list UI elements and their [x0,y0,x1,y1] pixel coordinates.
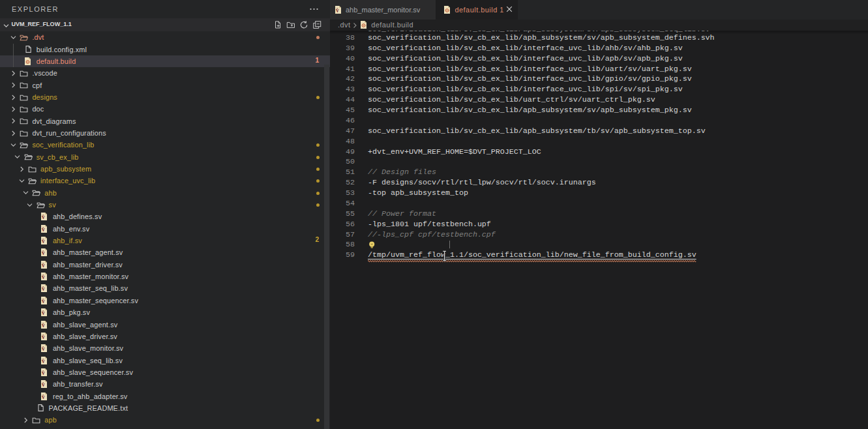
svg-text:v: v [42,214,45,220]
svg-text:v: v [42,321,45,328]
svg-text:v: v [42,369,45,376]
svg-text:v: v [42,381,45,388]
svg-text:v: v [42,310,45,316]
svg-text:v: v [42,238,45,244]
svg-text:v: v [42,261,45,268]
svg-text:v: v [42,357,45,364]
svg-text:v: v [336,7,339,13]
svg-text:v: v [42,393,45,400]
svg-text:v: v [42,226,45,232]
svg-text:v: v [42,286,45,292]
svg-text:v: v [42,297,45,304]
svg-text:v: v [42,346,45,352]
svg-text:v: v [42,250,45,256]
svg-text:v: v [42,274,45,280]
svg-text:v: v [42,333,45,340]
